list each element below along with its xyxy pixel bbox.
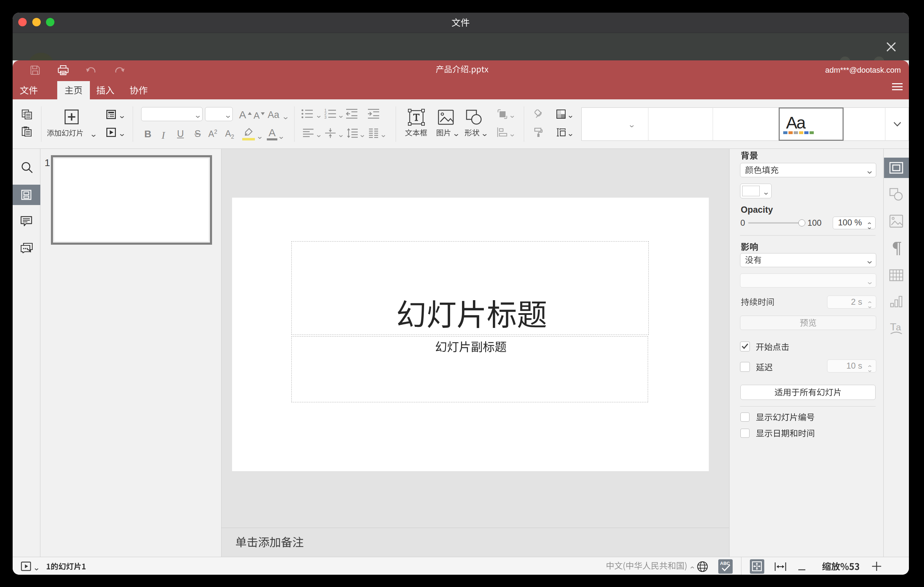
svg-text:A: A [269,127,276,139]
svg-text:3: 3 [324,115,327,119]
svg-text:T: T [890,321,896,333]
svg-text:ABC: ABC [720,561,730,566]
svg-text:a: a [896,322,901,333]
